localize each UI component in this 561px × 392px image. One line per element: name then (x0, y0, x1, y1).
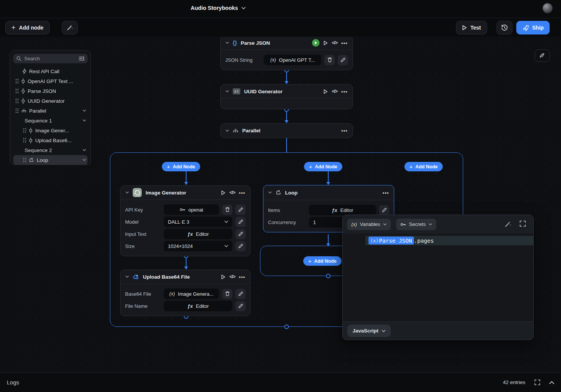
run-node-icon[interactable] (323, 89, 328, 94)
items-editor-button[interactable]: ƒx Editor (309, 205, 376, 215)
sidebar-item-loop[interactable]: Loop (13, 155, 88, 165)
add-node-button-loop-body[interactable]: + Add Node (303, 256, 342, 266)
edit-value-button[interactable] (379, 205, 389, 215)
search-box[interactable] (13, 54, 88, 63)
collapse-chevron-icon[interactable] (268, 191, 272, 194)
input-text-editor-button[interactable]: ƒx Editor (164, 229, 232, 239)
delete-value-button[interactable] (222, 205, 232, 215)
output-port-parallel-scope[interactable] (284, 325, 289, 329)
chevron-down-icon[interactable] (83, 110, 86, 112)
run-node-icon[interactable] (221, 274, 226, 279)
sidebar-item-sequence-2[interactable]: Sequence 2 (13, 145, 88, 155)
node-parse-json[interactable]: {} Parse JSON </> ••• JSON String (x) Op… (220, 36, 353, 70)
history-button[interactable] (497, 21, 512, 34)
collapse-panel-icon[interactable] (79, 56, 85, 61)
code-view-icon[interactable]: </> (332, 40, 337, 45)
sidebar-item-openai-gpt-text[interactable]: OpenAI GPT Text ... (13, 76, 88, 86)
ai-wand-button[interactable] (62, 21, 78, 34)
run-success-icon[interactable] (312, 39, 320, 47)
chevron-down-icon[interactable] (83, 149, 86, 151)
drag-handle-icon[interactable] (16, 79, 19, 83)
drag-handle-icon[interactable] (16, 89, 19, 93)
fullscreen-icon[interactable] (520, 221, 526, 228)
workflow-title-dropdown[interactable]: Audio Storybooks (191, 5, 246, 11)
sidebar-item-parse-json[interactable]: Parse JSON (13, 86, 88, 96)
edit-value-button[interactable] (338, 55, 348, 65)
base64-file-value[interactable]: (x) Image Genera... (164, 289, 219, 299)
chevron-up-icon[interactable] (549, 381, 554, 384)
edit-value-button[interactable] (235, 289, 246, 299)
secrets-dropdown[interactable]: Secrets (396, 219, 436, 230)
edit-value-button[interactable] (235, 205, 246, 215)
json-string-value[interactable]: (x) OpenAI GPT T... (264, 55, 321, 65)
workflow-canvas[interactable]: + Add Node + Add Node + Add Node + Add N… (0, 37, 561, 372)
node-menu-icon[interactable]: ••• (341, 40, 348, 46)
node-menu-icon[interactable]: ••• (341, 128, 348, 133)
edit-value-button[interactable] (235, 217, 246, 227)
delete-value-button[interactable] (324, 55, 335, 65)
search-input[interactable] (24, 56, 76, 61)
edit-value-button[interactable] (235, 229, 246, 239)
node-image-generator[interactable]: Image Generator </> ••• API Key openai (120, 185, 251, 256)
add-node-button[interactable]: + Add node (5, 21, 50, 34)
node-menu-icon[interactable]: ••• (239, 274, 245, 280)
edit-value-button[interactable] (235, 241, 246, 251)
run-node-icon[interactable] (323, 41, 328, 45)
chevron-down-icon (382, 330, 385, 332)
edit-value-button[interactable] (235, 301, 246, 311)
size-select[interactable]: 1024×1024 (164, 241, 232, 251)
collapse-chevron-icon[interactable] (125, 191, 129, 194)
test-button[interactable]: Test (456, 21, 487, 34)
code-view-icon[interactable]: </> (229, 274, 235, 279)
node-uuid-generator[interactable]: UUID Generator </> ••• (220, 84, 353, 109)
variable-chip-label: Parse JSON (379, 238, 412, 244)
node-parallel[interactable]: Parallel ••• (220, 123, 353, 138)
variables-dropdown[interactable]: (x) Variables (347, 219, 391, 230)
avatar[interactable] (542, 3, 553, 13)
sidebar-item-uuid-generator[interactable]: UUID Generator (13, 96, 88, 106)
code-view-icon[interactable]: </> (332, 89, 337, 94)
output-port-loop-scope[interactable] (326, 274, 331, 278)
code-line[interactable]: (x) Parse JSON .pages (365, 236, 533, 245)
drag-handle-icon[interactable] (23, 138, 26, 143)
edge-parsejson-uuid (286, 71, 287, 81)
code-view-icon[interactable]: </> (229, 190, 235, 195)
node-menu-icon[interactable]: ••• (239, 190, 245, 196)
add-node-button-new-sequence[interactable]: + Add Node (404, 162, 443, 171)
drag-handle-icon[interactable] (16, 99, 19, 103)
drag-handle-icon[interactable] (23, 158, 26, 162)
annotate-tool-button[interactable] (534, 49, 550, 62)
sidebar-item-upload-base64[interactable]: Upload Base6... (13, 135, 88, 145)
sidebar-item-parallel[interactable]: Parallel (13, 106, 88, 116)
ship-button[interactable]: Ship (516, 21, 550, 34)
drag-handle-icon[interactable] (23, 128, 26, 133)
collapse-chevron-icon[interactable] (226, 90, 229, 93)
collapse-chevron-icon[interactable] (226, 42, 229, 44)
code-editor-area[interactable]: (x) Parse JSON .pages (343, 234, 533, 321)
drag-handle-icon[interactable] (16, 108, 19, 113)
sidebar-item-sequence-1[interactable]: Sequence 1 (13, 116, 88, 125)
ai-wand-icon[interactable] (504, 221, 511, 228)
logs-bar[interactable]: Logs 42 entries (0, 372, 561, 392)
file-name-editor-button[interactable]: ƒx Editor (164, 301, 232, 311)
node-menu-icon[interactable]: ••• (341, 89, 348, 94)
add-node-button-sequence2[interactable]: + Add Node (304, 162, 342, 171)
model-select[interactable]: DALL·E 3 (164, 216, 232, 227)
add-node-button-sequence1[interactable]: + Add Node (162, 162, 200, 171)
sidebar-item-image-generator[interactable]: Image Gener... (13, 125, 88, 135)
expand-logs-icon[interactable] (534, 379, 540, 385)
collapse-chevron-icon[interactable] (226, 130, 229, 132)
node-menu-icon[interactable]: ••• (382, 190, 389, 196)
api-key-value[interactable]: openai (164, 204, 219, 215)
sidebar-item-rest-api-call[interactable]: Rest API Call (13, 66, 88, 76)
chevron-down-icon[interactable] (83, 119, 86, 122)
chevron-down-icon[interactable] (83, 159, 86, 161)
delete-value-button[interactable] (222, 289, 232, 299)
field-value: Editor (196, 303, 209, 309)
collapse-chevron-icon[interactable] (125, 276, 129, 278)
chevron-down-icon (224, 221, 228, 223)
node-upload-base64[interactable]: Upload Base64 File </> ••• Base64 File (… (120, 270, 251, 316)
run-node-icon[interactable] (221, 190, 226, 195)
language-dropdown[interactable]: JavaScript (347, 325, 391, 337)
variable-chip[interactable]: (x) Parse JSON (368, 237, 414, 245)
